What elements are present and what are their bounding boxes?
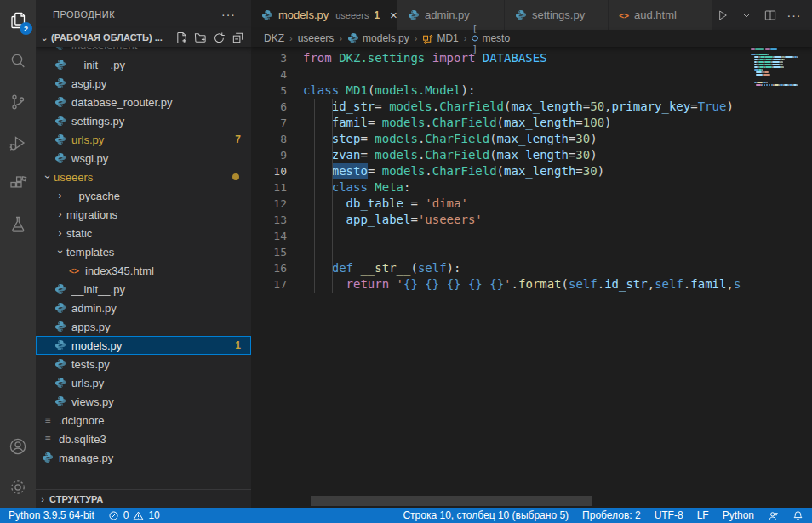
code-token: 50 [590, 99, 604, 115]
code-lines[interactable]: 3from DKZ.settings import DATABASES45cla… [251, 47, 748, 495]
code-token: max_length [511, 99, 582, 115]
eol-label: LF [697, 509, 709, 521]
line-number: 7 [251, 115, 303, 131]
code-line-12[interactable]: 12 db_table = 'dima' [251, 196, 748, 212]
status-python-interpreter[interactable]: Python 3.9.5 64-bit [9, 509, 94, 521]
code-line-16[interactable]: 16 def __str__(self): [251, 260, 748, 276]
tree-file-settings-py[interactable]: settings.py [36, 111, 251, 130]
status-problems[interactable]: 0 10 [108, 509, 160, 521]
tree-folder-static[interactable]: ›static [36, 224, 251, 242]
minimap[interactable] [751, 48, 803, 87]
activity-run-debug[interactable] [0, 122, 36, 163]
tab-aud-html[interactable]: <>aud.html [609, 0, 712, 30]
editor-group: models.pyuseeers1×admin.pysettings.py<>a… [251, 0, 812, 508]
tree-file--init-py[interactable]: __init__.py [36, 280, 251, 298]
status-eol[interactable]: LF [697, 509, 709, 521]
activity-source-control[interactable] [0, 82, 36, 122]
code-token: , [648, 276, 655, 293]
more-actions-icon[interactable]: ··· [784, 5, 804, 26]
breadcrumb-item-models-py[interactable]: models.py [347, 32, 409, 44]
chevron-down-icon: › [42, 171, 54, 184]
code-line-10[interactable]: 10 mesto= models.CharField(max_length=30… [251, 163, 748, 179]
outline-section-label: СТРУКТУРА [49, 494, 103, 504]
code-token: ) [590, 147, 597, 163]
code-line-11[interactable]: 11 class Meta: [251, 179, 748, 196]
code-line-9[interactable]: 9 zvan= models.CharField(max_length=30) [251, 147, 748, 163]
code-line-8[interactable]: 8 step= models.CharField(max_length=30) [251, 131, 748, 147]
code-token: step [332, 131, 361, 147]
close-icon[interactable]: × [390, 9, 397, 21]
feedback-icon[interactable] [768, 510, 779, 521]
code-line-17[interactable]: 17 return '{} {} {} {} {}'.format(self.i… [251, 276, 748, 293]
activity-search[interactable] [0, 41, 36, 82]
code-token: s [734, 276, 741, 293]
breadcrumb-item-md1[interactable]: MD1 [422, 32, 458, 44]
horizontal-scrollbar[interactable] [311, 496, 592, 506]
status-encoding[interactable]: UTF-8 [655, 509, 683, 521]
tree-file--init-py[interactable]: __init__.py [36, 55, 251, 74]
tree-file-database-roouter-py[interactable]: database_roouter.py [36, 93, 251, 111]
tree-file-manage-py[interactable]: manage.py [36, 448, 251, 467]
tree-folder--pycache-[interactable]: ›__pycache__ [36, 186, 251, 205]
code-token: def [332, 260, 361, 276]
tree-file-wsgi-py[interactable]: wsgi.py [36, 149, 251, 168]
code-line-13[interactable]: 13 app_label='useeers' [251, 212, 748, 228]
tab-settings-py[interactable]: settings.py [505, 0, 609, 30]
code-token: 'useeers' [418, 212, 483, 228]
code-line-7[interactable]: 7 famil= models.CharField(max_length=100… [251, 115, 748, 131]
notifications-bell-icon[interactable] [792, 510, 803, 521]
status-indentation[interactable]: Пробелов: 2 [582, 509, 641, 521]
activity-extensions[interactable] [0, 163, 36, 204]
tree-file-urls-py[interactable]: urls.py [36, 373, 251, 392]
new-folder-icon[interactable] [194, 31, 207, 44]
tree-item-label: urls.py [71, 377, 104, 389]
breadcrumb-item-useeers[interactable]: useeers [298, 32, 335, 44]
split-editor-icon[interactable] [760, 5, 781, 26]
workspace-section-header[interactable]: ⌄ (РАБОЧАЯ ОБЛАСТЬ) ... [36, 28, 251, 47]
status-language[interactable]: Python [723, 509, 754, 521]
new-file-icon[interactable] [175, 31, 188, 44]
tree-file-models-py[interactable]: models.py1 [36, 336, 251, 355]
tree-file-tests-py[interactable]: tests.py [36, 355, 251, 373]
tree-file-urls-py[interactable]: urls.py7 [36, 130, 251, 149]
code-line-4[interactable]: 4 [251, 66, 748, 82]
breadcrumb-item-dkz[interactable]: DKZ [264, 32, 284, 44]
line-number: 15 [251, 244, 303, 260]
tree-folder-useeers[interactable]: ›useeers [36, 168, 251, 186]
code-line-5[interactable]: 5class MD1(models.Model): [251, 82, 748, 99]
tree-file--dcignore[interactable]: ≡.dcignore [36, 411, 251, 429]
code-line-15[interactable]: 15 [251, 244, 748, 260]
tree-file-admin-py[interactable]: admin.py [36, 298, 251, 317]
line-number: 17 [251, 276, 303, 293]
activity-testing[interactable] [0, 204, 36, 245]
code-token: 30 [575, 147, 590, 163]
sidebar-more-actions-icon[interactable]: ··· [221, 8, 236, 21]
tree-file-db-sqlite3[interactable]: ≡db.sqlite3 [36, 429, 251, 448]
code-token [303, 179, 332, 196]
tab-models-py[interactable]: models.pyuseeers1× [251, 0, 397, 30]
code-token: self [655, 276, 683, 293]
tree-file-indexelement[interactable]: indexelement [36, 47, 251, 55]
tree-folder-migrations[interactable]: ›migrations [36, 205, 251, 224]
tree-folder-templates[interactable]: ›templates [36, 242, 251, 261]
code-line-14[interactable]: 14 [251, 228, 748, 244]
tree-file-asgi-py[interactable]: asgi.py [36, 74, 251, 93]
code-line-6[interactable]: 6 id_str= models.CharField(max_length=50… [251, 99, 748, 115]
code-token: DKZ.settings [339, 50, 425, 66]
tree-file-views-py[interactable]: views.py [36, 392, 251, 411]
code-token: class [332, 179, 375, 196]
activity-settings-gear[interactable] [0, 467, 36, 508]
breadcrumb-item-mesto[interactable]: []mesto [472, 22, 510, 54]
python-icon [54, 377, 67, 389]
activity-explorer[interactable]: 2 [0, 0, 36, 41]
tree-item-label: useeers [54, 171, 93, 184]
activity-account[interactable] [0, 426, 36, 467]
refresh-icon[interactable] [213, 31, 226, 44]
tree-file-index345-html[interactable]: <>index345.html [36, 261, 251, 280]
outline-section-header[interactable]: › СТРУКТУРА [36, 489, 251, 508]
run-icon[interactable] [712, 5, 733, 26]
run-dropdown-icon[interactable] [736, 5, 757, 26]
tree-file-apps-py[interactable]: apps.py [36, 317, 251, 336]
status-cursor-position[interactable]: Строка 10, столбец 10 (выбрано 5) [403, 509, 569, 521]
collapse-all-icon[interactable] [232, 31, 244, 44]
